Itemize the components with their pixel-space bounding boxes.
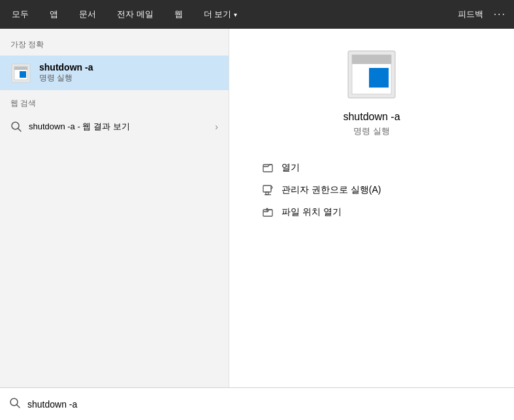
action-location-label: 파일 위치 열기 — [281, 206, 342, 218]
best-match-label: 가장 정확 — [0, 39, 229, 56]
nav-all[interactable]: 모두 — [8, 6, 33, 23]
web-search-label: 웹 검색 — [0, 98, 229, 114]
right-panel: shutdown -a 명령 실행 열기 — [229, 29, 514, 387]
search-bar — [0, 387, 514, 420]
svg-line-5 — [18, 129, 22, 132]
svg-rect-2 — [14, 67, 27, 70]
svg-line-17 — [17, 404, 20, 408]
web-search-text: shutdown -a - 웹 결과 보기 — [29, 121, 208, 133]
action-open-location[interactable]: 파일 위치 열기 — [262, 201, 481, 223]
main-content: 가장 정확 shutdown -a 명령 실행 웹 검색 — [0, 29, 514, 387]
app-title: shutdown -a — [343, 111, 400, 123]
action-list: 열기 관리자 권한으로 실행(A) — [242, 157, 501, 223]
best-match-item[interactable]: shutdown -a 명령 실행 — [0, 56, 229, 90]
open-icon — [262, 162, 274, 174]
nav-email[interactable]: 전자 메일 — [113, 6, 157, 23]
svg-rect-3 — [20, 71, 26, 78]
search-input[interactable] — [27, 399, 505, 410]
action-open[interactable]: 열기 — [262, 157, 481, 179]
left-panel: 가장 정확 shutdown -a 명령 실행 웹 검색 — [0, 29, 229, 387]
nav-right: 피드백 ··· — [458, 8, 506, 20]
search-icon — [10, 121, 22, 133]
app-icon-small — [10, 63, 31, 84]
svg-rect-11 — [263, 186, 271, 192]
match-info: shutdown -a 명령 실행 — [39, 62, 93, 84]
chevron-right-icon: › — [215, 121, 218, 132]
web-search-item[interactable]: shutdown -a - 웹 결과 보기 › — [0, 114, 229, 139]
action-admin-label: 관리자 권한으로 실행(A) — [281, 184, 381, 196]
svg-rect-14 — [263, 210, 272, 216]
action-open-label: 열기 — [281, 162, 300, 174]
app-type: 명령 실행 — [353, 125, 390, 137]
searchbar-icon — [9, 397, 21, 412]
action-run-as-admin[interactable]: 관리자 권한으로 실행(A) — [262, 179, 481, 201]
svg-rect-9 — [369, 68, 389, 88]
svg-rect-10 — [263, 165, 272, 172]
file-location-icon — [262, 206, 274, 218]
match-subtitle: 명령 실행 — [39, 73, 93, 84]
svg-rect-8 — [352, 55, 391, 64]
admin-icon — [262, 184, 274, 196]
more-options-button[interactable]: ··· — [494, 8, 506, 20]
web-search-section: 웹 검색 shutdown -a - 웹 결과 보기 › — [0, 98, 229, 144]
app-icon-large — [345, 48, 398, 101]
nav-document[interactable]: 문서 — [75, 6, 100, 23]
feedback-button[interactable]: 피드백 — [458, 8, 483, 20]
top-nav: 모두 앱 문서 전자 메일 웹 더 보기 ▾ 피드백 ··· — [0, 0, 514, 29]
nav-more[interactable]: 더 보기 ▾ — [200, 6, 242, 23]
nav-web[interactable]: 웹 — [170, 6, 187, 23]
nav-app[interactable]: 앱 — [46, 6, 62, 23]
match-title: shutdown -a — [39, 62, 93, 73]
